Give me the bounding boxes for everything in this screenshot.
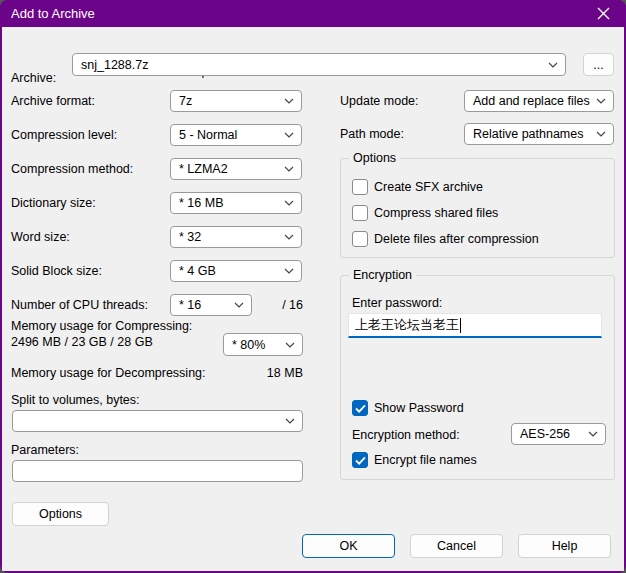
update-mode-label: Update mode:	[340, 94, 419, 109]
memory-compress-select[interactable]: * 80%	[223, 333, 303, 356]
chevron-down-icon	[596, 98, 606, 104]
chevron-down-icon	[284, 132, 294, 138]
parameters-label: Parameters:	[11, 443, 79, 458]
window-title: Add to Archive	[0, 6, 95, 21]
dictionary-size-select[interactable]: * 16 MB	[170, 192, 302, 214]
compression-method-label: Compression method:	[11, 162, 133, 177]
compression-method-select[interactable]: * LZMA2	[170, 158, 302, 180]
password-input[interactable]: 上老王论坛当老王	[348, 313, 602, 338]
chevron-down-icon	[284, 98, 294, 104]
checkbox-show-password[interactable]: Show Password	[352, 400, 464, 416]
word-size-select[interactable]: * 32	[170, 226, 302, 248]
close-button[interactable]	[586, 0, 620, 27]
options-button-label: Options	[39, 507, 82, 521]
dictionary-size-label: Dictionary size:	[11, 196, 96, 211]
checkbox-label: Create SFX archive	[374, 180, 483, 194]
checkbox-label: Delete files after compression	[374, 232, 539, 246]
cancel-button-label: Cancel	[437, 539, 476, 553]
checkbox-compress-shared[interactable]: Compress shared files	[352, 205, 498, 221]
encryption-method-label: Encryption method:	[352, 428, 460, 443]
check-icon	[355, 456, 366, 465]
checkbox-box	[352, 400, 368, 416]
chevron-down-icon	[548, 62, 558, 68]
parameters-input[interactable]	[12, 460, 303, 482]
enter-password-label: Enter password:	[352, 296, 442, 311]
archive-format-label: Archive format:	[11, 94, 95, 109]
split-volumes-combobox[interactable]	[12, 410, 303, 432]
checkbox-create-sfx[interactable]: Create SFX archive	[352, 179, 483, 195]
add-to-archive-dialog: Add to Archive Archive: C:\UsersDesktop\…	[0, 0, 626, 573]
browse-button[interactable]: ...	[583, 53, 614, 76]
checkbox-box	[352, 452, 368, 468]
text-cursor	[460, 318, 461, 333]
checkbox-box	[352, 205, 368, 221]
cpu-threads-label: Number of CPU threads:	[11, 298, 148, 313]
chevron-down-icon	[234, 302, 244, 308]
encryption-method-value: AES-256	[520, 427, 570, 441]
chevron-down-icon	[284, 268, 294, 274]
path-mode-value: Relative pathnames	[473, 127, 583, 141]
options-group-title: Options	[349, 151, 400, 166]
archive-name-value: snj_1288.7z	[81, 58, 148, 72]
ok-button-label: OK	[339, 539, 357, 553]
word-size-label: Word size:	[11, 230, 70, 245]
ok-button[interactable]: OK	[302, 534, 395, 558]
update-mode-value: Add and replace files	[473, 94, 590, 108]
memory-decompress-label: Memory usage for Decompressing:	[11, 366, 206, 381]
compression-level-value: 5 - Normal	[179, 128, 237, 142]
chevron-down-icon	[284, 200, 294, 206]
chevron-down-icon	[588, 431, 598, 437]
encryption-method-select[interactable]: AES-256	[511, 423, 606, 445]
checkbox-label: Show Password	[374, 401, 464, 415]
chevron-down-icon	[284, 234, 294, 240]
compression-level-label: Compression level:	[11, 128, 117, 143]
archive-format-select[interactable]: 7z	[170, 90, 302, 112]
compression-method-value: * LZMA2	[179, 162, 228, 176]
checkbox-label: Compress shared files	[374, 206, 498, 220]
dialog-body: Archive: C:\UsersDesktop\ snj_1288.7z ..…	[2, 27, 624, 571]
help-button[interactable]: Help	[518, 534, 611, 558]
encryption-group-title: Encryption	[349, 268, 416, 283]
titlebar: Add to Archive	[0, 0, 626, 27]
archive-name-combobox[interactable]: snj_1288.7z	[72, 53, 566, 76]
word-size-value: * 32	[179, 230, 201, 244]
solid-block-size-select[interactable]: * 4 GB	[170, 260, 302, 282]
update-mode-select[interactable]: Add and replace files	[464, 90, 614, 112]
checkbox-box	[352, 179, 368, 195]
memory-compress-value: * 80%	[232, 338, 265, 352]
cpu-threads-total: / 16	[252, 298, 303, 313]
cpu-threads-select[interactable]: * 16	[170, 294, 252, 316]
archive-label: Archive:	[11, 71, 56, 86]
checkbox-box	[352, 231, 368, 247]
archive-format-value: 7z	[179, 94, 192, 108]
close-icon	[597, 7, 610, 20]
memory-compress-label: Memory usage for Compressing:	[11, 319, 192, 334]
compression-level-select[interactable]: 5 - Normal	[170, 124, 302, 146]
password-value: 上老王论坛当老王	[355, 316, 459, 334]
chevron-down-icon	[284, 166, 294, 172]
memory-decompress-value: 18 MB	[242, 366, 303, 381]
dictionary-size-value: * 16 MB	[179, 196, 223, 210]
chevron-down-icon	[596, 131, 606, 137]
solid-block-size-label: Solid Block size:	[11, 264, 102, 279]
browse-button-label: ...	[593, 58, 603, 72]
split-volumes-label: Split to volumes, bytes:	[11, 393, 140, 408]
path-mode-label: Path mode:	[340, 127, 404, 142]
options-button[interactable]: Options	[12, 502, 109, 526]
chevron-down-icon	[285, 418, 295, 424]
memory-compress-detail: 2496 MB / 23 GB / 28 GB	[11, 335, 153, 350]
checkbox-delete-after[interactable]: Delete files after compression	[352, 231, 539, 247]
checkbox-encrypt-file-names[interactable]: Encrypt file names	[352, 452, 477, 468]
cpu-threads-value: * 16	[179, 298, 201, 312]
help-button-label: Help	[552, 539, 578, 553]
path-mode-select[interactable]: Relative pathnames	[464, 123, 614, 145]
solid-block-size-value: * 4 GB	[179, 264, 216, 278]
chevron-down-icon	[285, 342, 295, 348]
check-icon	[355, 404, 366, 413]
checkbox-label: Encrypt file names	[374, 453, 477, 467]
cancel-button[interactable]: Cancel	[410, 534, 503, 558]
